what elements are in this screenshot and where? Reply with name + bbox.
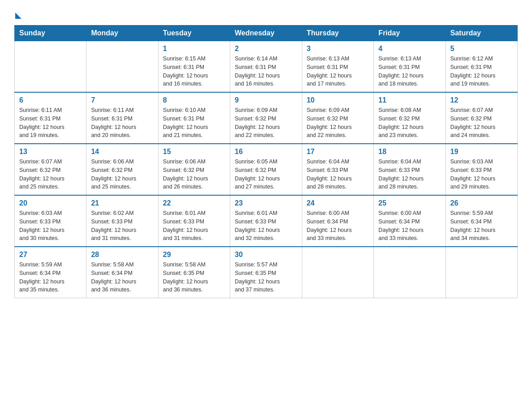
- day-number: 19: [450, 148, 513, 156]
- day-info: Sunrise: 6:04 AM Sunset: 6:33 PM Dayligh…: [307, 158, 369, 191]
- day-number: 24: [307, 199, 369, 207]
- day-number: 27: [19, 251, 82, 259]
- page-header: [14, 11, 518, 17]
- header-sunday: Sunday: [15, 26, 86, 41]
- day-info: Sunrise: 6:08 AM Sunset: 6:32 PM Dayligh…: [378, 106, 441, 140]
- calendar-cell: [374, 247, 446, 298]
- calendar-cell: 23Sunrise: 6:01 AM Sunset: 6:33 PM Dayli…: [230, 195, 302, 247]
- calendar-cell: 30Sunrise: 5:57 AM Sunset: 6:35 PM Dayli…: [230, 247, 302, 298]
- day-info: Sunrise: 6:03 AM Sunset: 6:33 PM Dayligh…: [450, 158, 513, 191]
- calendar-table: SundayMondayTuesdayWednesdayThursdayFrid…: [14, 25, 518, 298]
- day-number: 5: [450, 45, 513, 53]
- calendar-cell: [446, 247, 517, 298]
- header-thursday: Thursday: [302, 26, 373, 41]
- day-number: 10: [307, 96, 369, 104]
- calendar-cell: [86, 41, 158, 93]
- day-number: 3: [307, 45, 369, 53]
- day-info: Sunrise: 5:58 AM Sunset: 6:35 PM Dayligh…: [163, 261, 225, 294]
- calendar-cell: 5Sunrise: 6:12 AM Sunset: 6:31 PM Daylig…: [446, 41, 517, 93]
- calendar-cell: 16Sunrise: 6:05 AM Sunset: 6:32 PM Dayli…: [230, 144, 302, 195]
- day-info: Sunrise: 6:13 AM Sunset: 6:31 PM Dayligh…: [378, 55, 441, 88]
- calendar-cell: 13Sunrise: 6:07 AM Sunset: 6:32 PM Dayli…: [15, 144, 86, 195]
- day-info: Sunrise: 6:09 AM Sunset: 6:32 PM Dayligh…: [307, 106, 369, 140]
- day-info: Sunrise: 6:13 AM Sunset: 6:31 PM Dayligh…: [307, 55, 369, 88]
- day-number: 9: [235, 96, 297, 104]
- calendar-cell: 22Sunrise: 6:01 AM Sunset: 6:33 PM Dayli…: [158, 195, 230, 247]
- calendar-cell: 10Sunrise: 6:09 AM Sunset: 6:32 PM Dayli…: [302, 92, 373, 144]
- header-saturday: Saturday: [446, 26, 517, 41]
- day-number: 4: [378, 45, 441, 53]
- week-row-4: 20Sunrise: 6:03 AM Sunset: 6:33 PM Dayli…: [15, 195, 518, 247]
- header-monday: Monday: [86, 26, 158, 41]
- header-wednesday: Wednesday: [230, 26, 302, 41]
- day-number: 26: [450, 199, 513, 207]
- day-info: Sunrise: 6:02 AM Sunset: 6:33 PM Dayligh…: [91, 209, 153, 243]
- day-info: Sunrise: 6:06 AM Sunset: 6:32 PM Dayligh…: [91, 158, 153, 191]
- logo: [14, 11, 21, 17]
- calendar-cell: 20Sunrise: 6:03 AM Sunset: 6:33 PM Dayli…: [15, 195, 86, 247]
- header-tuesday: Tuesday: [158, 26, 230, 41]
- calendar-cell: 28Sunrise: 5:58 AM Sunset: 6:34 PM Dayli…: [86, 247, 158, 298]
- header-friday: Friday: [374, 26, 446, 41]
- day-info: Sunrise: 6:10 AM Sunset: 6:31 PM Dayligh…: [163, 106, 225, 140]
- day-number: 22: [163, 199, 225, 207]
- day-number: 14: [91, 148, 153, 156]
- calendar-cell: 19Sunrise: 6:03 AM Sunset: 6:33 PM Dayli…: [446, 144, 517, 195]
- day-number: 17: [307, 148, 369, 156]
- week-row-2: 6Sunrise: 6:11 AM Sunset: 6:31 PM Daylig…: [15, 92, 518, 144]
- calendar-cell: 11Sunrise: 6:08 AM Sunset: 6:32 PM Dayli…: [374, 92, 446, 144]
- day-info: Sunrise: 6:06 AM Sunset: 6:32 PM Dayligh…: [163, 158, 225, 191]
- calendar-cell: 27Sunrise: 5:59 AM Sunset: 6:34 PM Dayli…: [15, 247, 86, 298]
- day-number: 15: [163, 148, 225, 156]
- day-info: Sunrise: 6:01 AM Sunset: 6:33 PM Dayligh…: [163, 209, 225, 243]
- day-number: 1: [163, 45, 225, 53]
- calendar-cell: 25Sunrise: 6:00 AM Sunset: 6:34 PM Dayli…: [374, 195, 446, 247]
- day-info: Sunrise: 5:58 AM Sunset: 6:34 PM Dayligh…: [91, 261, 153, 294]
- week-row-1: 1Sunrise: 6:15 AM Sunset: 6:31 PM Daylig…: [15, 41, 518, 93]
- calendar-cell: 7Sunrise: 6:11 AM Sunset: 6:31 PM Daylig…: [86, 92, 158, 144]
- day-info: Sunrise: 5:57 AM Sunset: 6:35 PM Dayligh…: [235, 261, 297, 294]
- calendar-cell: 17Sunrise: 6:04 AM Sunset: 6:33 PM Dayli…: [302, 144, 373, 195]
- calendar-cell: 1Sunrise: 6:15 AM Sunset: 6:31 PM Daylig…: [158, 41, 230, 93]
- week-row-3: 13Sunrise: 6:07 AM Sunset: 6:32 PM Dayli…: [15, 144, 518, 195]
- day-number: 20: [19, 199, 82, 207]
- day-number: 12: [450, 96, 513, 104]
- day-number: 16: [235, 148, 297, 156]
- day-number: 2: [235, 45, 297, 53]
- day-number: 7: [91, 96, 153, 104]
- day-number: 6: [19, 96, 82, 104]
- calendar-cell: 4Sunrise: 6:13 AM Sunset: 6:31 PM Daylig…: [374, 41, 446, 93]
- calendar-cell: [15, 41, 86, 93]
- day-info: Sunrise: 6:05 AM Sunset: 6:32 PM Dayligh…: [235, 158, 297, 191]
- day-info: Sunrise: 6:14 AM Sunset: 6:31 PM Dayligh…: [235, 55, 297, 88]
- day-number: 30: [235, 251, 297, 259]
- day-number: 8: [163, 96, 225, 104]
- day-info: Sunrise: 6:15 AM Sunset: 6:31 PM Dayligh…: [163, 55, 225, 88]
- calendar-cell: 21Sunrise: 6:02 AM Sunset: 6:33 PM Dayli…: [86, 195, 158, 247]
- calendar-cell: 12Sunrise: 6:07 AM Sunset: 6:32 PM Dayli…: [446, 92, 517, 144]
- calendar-cell: [302, 247, 373, 298]
- day-number: 29: [163, 251, 225, 259]
- calendar-cell: 2Sunrise: 6:14 AM Sunset: 6:31 PM Daylig…: [230, 41, 302, 93]
- day-number: 13: [19, 148, 82, 156]
- calendar-cell: 29Sunrise: 5:58 AM Sunset: 6:35 PM Dayli…: [158, 247, 230, 298]
- calendar-cell: 24Sunrise: 6:00 AM Sunset: 6:34 PM Dayli…: [302, 195, 373, 247]
- day-info: Sunrise: 6:11 AM Sunset: 6:31 PM Dayligh…: [91, 106, 153, 140]
- day-info: Sunrise: 6:00 AM Sunset: 6:34 PM Dayligh…: [307, 209, 369, 243]
- day-number: 11: [378, 96, 441, 104]
- day-number: 23: [235, 199, 297, 207]
- day-info: Sunrise: 6:03 AM Sunset: 6:33 PM Dayligh…: [19, 209, 82, 243]
- day-info: Sunrise: 6:07 AM Sunset: 6:32 PM Dayligh…: [19, 158, 82, 191]
- logo-arrow-icon: [15, 13, 21, 19]
- calendar-header-row: SundayMondayTuesdayWednesdayThursdayFrid…: [15, 26, 518, 41]
- calendar-cell: 8Sunrise: 6:10 AM Sunset: 6:31 PM Daylig…: [158, 92, 230, 144]
- day-number: 25: [378, 199, 441, 207]
- day-info: Sunrise: 6:04 AM Sunset: 6:33 PM Dayligh…: [378, 158, 441, 191]
- day-info: Sunrise: 6:07 AM Sunset: 6:32 PM Dayligh…: [450, 106, 513, 140]
- week-row-5: 27Sunrise: 5:59 AM Sunset: 6:34 PM Dayli…: [15, 247, 518, 298]
- calendar-cell: 26Sunrise: 5:59 AM Sunset: 6:34 PM Dayli…: [446, 195, 517, 247]
- calendar-cell: 6Sunrise: 6:11 AM Sunset: 6:31 PM Daylig…: [15, 92, 86, 144]
- day-info: Sunrise: 6:11 AM Sunset: 6:31 PM Dayligh…: [19, 106, 82, 140]
- day-info: Sunrise: 6:12 AM Sunset: 6:31 PM Dayligh…: [450, 55, 513, 88]
- day-info: Sunrise: 6:09 AM Sunset: 6:32 PM Dayligh…: [235, 106, 297, 140]
